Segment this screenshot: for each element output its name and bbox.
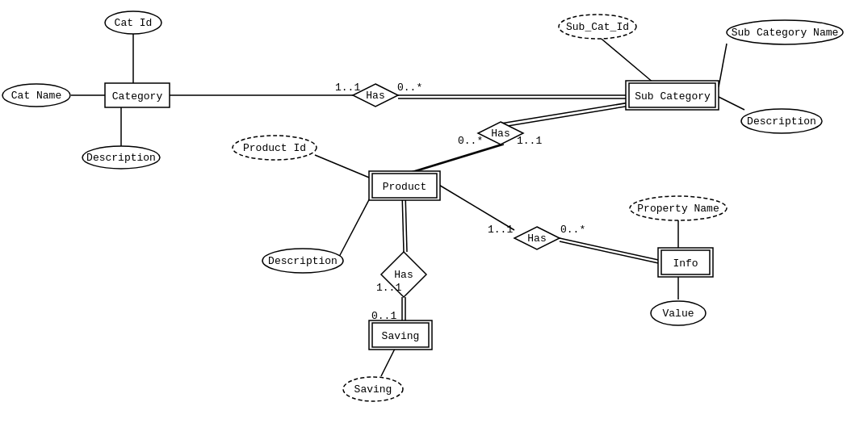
line-saving-savingattr (381, 347, 396, 376)
attr-subcatname-label: Sub Category Name (732, 27, 839, 39)
line-has2-prod1 (405, 144, 501, 174)
card-prod-has4: 1..1 (488, 224, 513, 236)
attr-catid-label: Cat Id (115, 17, 153, 29)
rel-has1-label: Has (366, 90, 384, 102)
attr-propertyname-label: Property Name (637, 203, 719, 215)
attr-catdesc-label: Description (86, 152, 156, 164)
er-diagram: Category Sub Category Product Info Savin… (0, 0, 868, 423)
entity-saving-label: Saving (382, 330, 420, 342)
line-subcat-subcatid (598, 36, 654, 83)
card-cat-has1: 1..1 (335, 82, 360, 94)
line-prod-proddesc (339, 192, 373, 257)
attr-subdesc-label: Description (747, 115, 816, 128)
attr-productid-label: Product Id (243, 142, 306, 154)
line-has4-info1 (560, 238, 662, 261)
rel-has3-label: Has (394, 269, 413, 281)
attr-value-label: Value (662, 308, 694, 320)
card-has2-subcat: 1..1 (517, 135, 542, 147)
line-prod-has3-1 (402, 192, 404, 252)
rel-has2-label: Has (491, 128, 509, 140)
line-subcat-subcatname (719, 44, 727, 87)
attr-proddesc-label: Description (268, 255, 338, 267)
entity-product-label: Product (383, 181, 427, 193)
card-has1-subcat: 0..* (397, 82, 422, 94)
line-subcat-desc (719, 97, 744, 110)
card-has3-saving: 0..1 (371, 310, 396, 322)
line-has4-info2 (560, 241, 662, 264)
line-prod-prodid (315, 155, 373, 179)
card-prod-has3: 1..1 (376, 282, 401, 294)
line-prod-has3-2 (405, 192, 407, 252)
attr-catname-label: Cat Name (11, 90, 61, 102)
entity-info-label: Info (673, 258, 698, 270)
entity-category-label: Category (112, 90, 163, 103)
card-has4-info: 0..* (560, 224, 585, 236)
attr-saving-label: Saving (354, 383, 392, 396)
attr-subcatid-label: Sub_Cat_Id (566, 21, 629, 33)
rel-has4-label: Has (527, 232, 546, 245)
line-has2-prod2 (409, 144, 504, 174)
entity-subcategory-label: Sub Category (635, 90, 711, 103)
card-subcat-has2: 0..* (458, 135, 483, 147)
